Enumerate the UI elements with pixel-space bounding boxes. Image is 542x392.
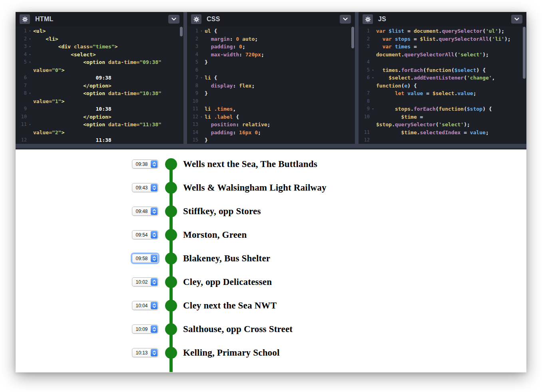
bus-stop-row: 09:38Wells next the Sea, The Buttlands (127, 152, 415, 176)
code-text: value="0"> (33, 66, 183, 74)
up-down-chevrons-icon[interactable] (151, 184, 157, 191)
line-number: 6 (359, 74, 370, 82)
fold-arrow-icon (27, 136, 33, 144)
fold-arrow-icon[interactable]: ▾ (198, 27, 205, 35)
fold-arrow-icon[interactable]: ▾ (27, 27, 33, 35)
line-number: 9 (187, 90, 198, 98)
fold-arrow-icon (370, 27, 376, 35)
line-number: 9 (16, 105, 27, 113)
fold-arrow-icon (27, 129, 33, 137)
fold-arrow-icon[interactable]: ▾ (27, 121, 33, 129)
stop-name-label: Salthouse, opp Cross Street (183, 324, 293, 334)
fold-arrow-icon[interactable]: ▾ (370, 66, 376, 74)
up-down-chevrons-icon[interactable] (151, 231, 157, 239)
time-select[interactable]: 09:54 (132, 230, 158, 239)
code-text: value="2"> (33, 129, 183, 137)
line-number: 7 (359, 90, 370, 98)
fold-arrow-icon (370, 43, 376, 51)
line-number (16, 66, 27, 74)
editor-section: HTML 1▾<ul>2▾ <li>3▾ <div class="times">… (16, 12, 526, 149)
fold-arrow-icon (198, 66, 205, 74)
fold-arrow-icon (370, 98, 376, 105)
fold-arrow-icon (27, 105, 33, 113)
line-number: 12 (16, 136, 27, 144)
fold-arrow-icon[interactable]: ▾ (27, 51, 33, 59)
code-text (205, 98, 355, 105)
code-line: 12▾li .label { (187, 113, 355, 121)
departure-time-cell: 09:43 (127, 183, 165, 192)
fold-arrow-icon[interactable]: ▾ (27, 43, 33, 51)
chevron-down-icon[interactable] (511, 15, 522, 24)
code-text: $time = (376, 113, 526, 121)
code-line: 11▾ <option data-time="11:38" (16, 121, 183, 129)
fold-arrow-icon[interactable]: ▾ (27, 90, 33, 98)
code-line: 8 (359, 98, 526, 105)
scrollbar-thumb[interactable] (180, 27, 183, 36)
chevron-down-icon[interactable] (168, 15, 179, 24)
line-number: 1 (16, 27, 27, 35)
code-text: value="1"> (33, 98, 183, 105)
fold-arrow-icon (370, 51, 376, 59)
code-line: 5} (187, 58, 355, 66)
line-number: 8 (187, 82, 198, 90)
time-select[interactable]: 10:04 (132, 301, 158, 310)
time-select[interactable]: 10:13 (132, 348, 158, 357)
fold-arrow-icon[interactable]: ▾ (27, 58, 33, 66)
fold-arrow-icon[interactable]: ▾ (198, 74, 205, 82)
css-code-area[interactable]: 1▾ul {2 margin: 0 auto;3 padding: 0;4 ma… (187, 26, 355, 144)
code-line: 7 let value = $select.value; (359, 90, 526, 98)
code-line: 2 margin: 0 auto; (187, 35, 355, 43)
time-select[interactable]: 09:38 (132, 159, 158, 169)
up-down-chevrons-icon[interactable] (151, 207, 157, 215)
code-text: <option data-time="10:38" (33, 90, 183, 98)
code-line: 1▾ul { (187, 27, 355, 35)
chevron-down-icon[interactable] (340, 15, 351, 24)
code-text: li .label { (205, 113, 355, 121)
time-select[interactable]: 09:43 (132, 183, 158, 192)
route-stop-dot (165, 182, 177, 194)
time-select-value: 10:02 (132, 279, 151, 285)
departure-time-cell: 09:54 (127, 230, 165, 239)
time-select[interactable]: 10:02 (132, 277, 158, 287)
fold-arrow-icon[interactable]: ▾ (198, 113, 205, 121)
fold-arrow-icon[interactable]: ▾ (370, 74, 376, 82)
js-code-area[interactable]: 1var $list = document.querySelector('ul'… (359, 26, 526, 144)
html-code-area[interactable]: 1▾<ul>2▾ <li>3▾ <div class="times">4▾ <s… (16, 26, 183, 144)
time-select[interactable]: 09:58 (132, 254, 158, 263)
line-number: 10 (16, 113, 27, 121)
gear-icon[interactable] (363, 14, 373, 24)
departure-time-cell: 10:09 (127, 324, 165, 334)
departure-time-cell: 10:13 (127, 348, 165, 357)
code-line: 9} (187, 90, 355, 98)
fold-arrow-icon[interactable]: ▾ (370, 105, 376, 113)
code-text: max-width: 720px; (205, 51, 355, 59)
css-editor-header: CSS (187, 12, 355, 26)
fold-arrow-icon (370, 113, 376, 121)
fold-arrow-icon[interactable]: ▾ (27, 35, 33, 43)
up-down-chevrons-icon[interactable] (151, 349, 157, 356)
up-down-chevrons-icon[interactable] (151, 278, 157, 286)
scrollbar-thumb[interactable] (523, 27, 526, 79)
code-line: 15} (187, 136, 355, 144)
line-number: 9 (359, 105, 370, 113)
time-select-value: 10:04 (132, 303, 151, 308)
time-select[interactable]: 09:48 (132, 207, 158, 216)
gear-icon[interactable] (20, 14, 30, 24)
line-number: 8 (359, 98, 370, 105)
line-number: 2 (187, 35, 198, 43)
up-down-chevrons-icon[interactable] (151, 325, 157, 333)
gear-icon[interactable] (191, 14, 201, 24)
code-line: 6▾ $select.addEventListener('change', (359, 74, 526, 82)
time-select[interactable]: 10:09 (132, 324, 158, 334)
code-line: 8 display: flex; (187, 82, 355, 90)
line-number: 5 (187, 58, 198, 66)
scrollbar-thumb[interactable] (351, 27, 354, 48)
line-number (359, 121, 370, 129)
up-down-chevrons-icon[interactable] (151, 302, 157, 309)
code-text: ul { (205, 27, 355, 35)
up-down-chevrons-icon[interactable] (151, 255, 157, 262)
up-down-chevrons-icon[interactable] (151, 160, 157, 168)
stop-name-label: Wells next the Sea, The Buttlands (183, 159, 317, 169)
line-number: 10 (187, 98, 198, 105)
line-number: 12 (359, 136, 370, 144)
